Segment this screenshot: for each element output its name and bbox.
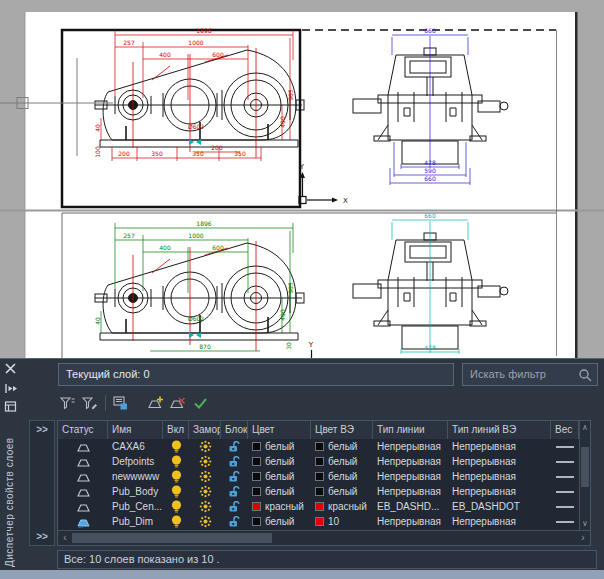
collapse-top-button[interactable]: >> (30, 424, 54, 435)
lineweight[interactable] (551, 469, 579, 484)
layer-status-icon[interactable] (58, 454, 108, 469)
visibility-bulb-icon[interactable] (163, 469, 189, 484)
layer-color-vp[interactable]: белый (311, 484, 373, 499)
new-filter-icon[interactable] (57, 394, 77, 412)
layer-linetype[interactable]: Непрерывная (373, 454, 448, 469)
color-vp-swatch[interactable] (315, 442, 324, 451)
scroll-left-icon[interactable]: ‹ (59, 531, 71, 545)
color-swatch[interactable] (252, 442, 261, 451)
column-header-9[interactable]: Тип линий ВЭ (448, 421, 551, 439)
column-header-6[interactable]: Цвет (248, 421, 311, 439)
unlock-icon[interactable] (221, 454, 248, 469)
color-swatch[interactable] (252, 502, 261, 511)
layer-color[interactable]: белый (248, 469, 311, 484)
scroll-right-icon[interactable]: › (577, 531, 589, 545)
edit-filter-icon[interactable] (79, 394, 99, 412)
table-row[interactable]: Pub_Cen...красныйкрасныйEB_DASHD...EB_DA… (58, 499, 579, 514)
layer-name[interactable]: newwwww (108, 469, 163, 484)
column-header-7[interactable]: Цвет ВЭ (311, 421, 373, 439)
layer-color-vp[interactable]: белый (311, 454, 373, 469)
color-swatch[interactable] (252, 457, 261, 466)
layer-color-vp[interactable]: красный (311, 499, 373, 514)
visibility-bulb-icon[interactable] (163, 514, 189, 529)
layer-states-icon[interactable] (110, 394, 130, 412)
column-header-8[interactable]: Тип линии (373, 421, 448, 439)
close-icon[interactable] (4, 361, 18, 375)
layer-linetype[interactable]: Непрерывная (373, 514, 448, 529)
freeze-sun-icon[interactable] (189, 484, 221, 499)
column-header-1[interactable]: Статус (58, 421, 108, 439)
layer-linetype[interactable]: EB_DASHD... (373, 499, 448, 514)
layer-linetype-vp[interactable]: Непрерывная (448, 469, 551, 484)
layer-name[interactable]: Defpoints (108, 454, 163, 469)
new-layer-icon[interactable] (146, 394, 166, 412)
layer-name[interactable]: CAXA6 (108, 439, 163, 454)
visibility-bulb-icon[interactable] (163, 484, 189, 499)
horizontal-scroll-thumb[interactable] (72, 533, 272, 543)
layer-status-icon[interactable] (58, 469, 108, 484)
table-row[interactable]: Pub_Dimбелый10НепрерывнаяНепрерывная (58, 514, 579, 529)
scroll-up-icon[interactable]: ∧ (580, 423, 590, 432)
layer-linetype-vp[interactable]: EB_DASHDOT (448, 499, 551, 514)
table-row[interactable]: Pub_BodyбелыйбелыйНепрерывнаяНепрерывная (58, 484, 579, 499)
auto-hide-icon[interactable] (4, 381, 18, 395)
column-header-4[interactable]: Замор (189, 421, 221, 439)
color-vp-swatch[interactable] (315, 472, 324, 481)
color-vp-swatch[interactable] (315, 502, 324, 511)
layer-linetype-vp[interactable]: Непрерывная (448, 514, 551, 529)
color-swatch[interactable] (252, 487, 261, 496)
layer-color[interactable]: белый (248, 454, 311, 469)
unlock-icon[interactable] (221, 499, 248, 514)
layer-color[interactable]: красный (248, 499, 311, 514)
freeze-sun-icon[interactable] (189, 439, 221, 454)
lineweight[interactable] (551, 484, 579, 499)
lineweight[interactable] (551, 439, 579, 454)
layer-status-icon[interactable] (58, 499, 108, 514)
scroll-down-icon[interactable]: ∨ (580, 519, 590, 528)
layer-linetype[interactable]: Непрерывная (373, 469, 448, 484)
layer-linetype-vp[interactable]: Непрерывная (448, 484, 551, 499)
unlock-icon[interactable] (221, 469, 248, 484)
layer-linetype[interactable]: Непрерывная (373, 484, 448, 499)
column-header-10[interactable]: Вес (551, 421, 579, 439)
layer-color[interactable]: белый (248, 439, 311, 454)
collapse-bottom-button[interactable]: >> (30, 531, 54, 542)
column-header-5[interactable]: Блок (221, 421, 248, 439)
color-vp-swatch[interactable] (315, 517, 324, 526)
layer-color-vp[interactable]: 10 (311, 514, 373, 529)
table-row[interactable]: DefpointsбелыйбелыйНепрерывнаяНепрерывна… (58, 454, 579, 469)
color-vp-swatch[interactable] (315, 487, 324, 496)
layer-color[interactable]: белый (248, 484, 311, 499)
layer-name[interactable]: Pub_Cen... (108, 499, 163, 514)
unlock-icon[interactable] (221, 439, 248, 454)
unlock-icon[interactable] (221, 484, 248, 499)
lineweight[interactable] (551, 499, 579, 514)
layer-linetype[interactable]: Непрерывная (373, 439, 448, 454)
layer-name[interactable]: Pub_Body (108, 484, 163, 499)
layer-linetype-vp[interactable]: Непрерывная (448, 454, 551, 469)
visibility-bulb-icon[interactable] (163, 454, 189, 469)
column-header-3[interactable]: Вкл (163, 421, 189, 439)
layer-color[interactable]: белый (248, 514, 311, 529)
color-vp-swatch[interactable] (315, 457, 324, 466)
color-swatch[interactable] (252, 517, 261, 526)
drawing-canvas[interactable]: 1896 257 1000 400 600 965 400 40 100 200… (0, 0, 604, 358)
freeze-sun-icon[interactable] (189, 514, 221, 529)
vertical-scrollbar[interactable]: ∧ ∨ (579, 421, 590, 530)
layer-status-icon[interactable] (58, 439, 108, 454)
vertical-scroll-thumb[interactable] (581, 447, 589, 487)
lineweight[interactable] (551, 514, 579, 529)
layer-status-icon[interactable] (58, 514, 108, 529)
layer-status-icon[interactable] (58, 484, 108, 499)
layer-color-vp[interactable]: белый (311, 469, 373, 484)
properties-menu-icon[interactable] (4, 399, 18, 413)
filter-search-input[interactable]: Искать фильтр (462, 363, 598, 386)
horizontal-scrollbar[interactable]: ‹ › (58, 530, 590, 545)
delete-layer-icon[interactable] (168, 394, 188, 412)
freeze-sun-icon[interactable] (189, 454, 221, 469)
layer-name[interactable]: Pub_Dim (108, 514, 163, 529)
table-row[interactable]: CAXA6белыйбелыйНепрерывнаяНепрерывная (58, 439, 579, 454)
table-row[interactable]: newwwwwбелыйбелыйНепрерывнаяНепрерывная (58, 469, 579, 484)
layer-linetype-vp[interactable]: Непрерывная (448, 439, 551, 454)
visibility-bulb-icon[interactable] (163, 439, 189, 454)
